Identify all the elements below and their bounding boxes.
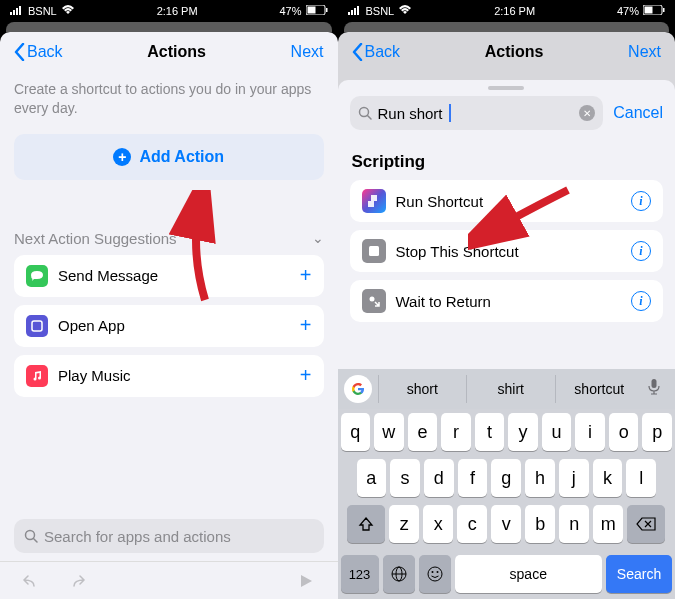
key-globe[interactable]	[383, 555, 415, 593]
search-input[interactable]: Run short ✕	[350, 96, 604, 130]
bottom-toolbar	[0, 561, 338, 599]
key-o[interactable]: o	[609, 413, 639, 451]
key-c[interactable]: c	[457, 505, 487, 543]
add-action-button[interactable]: + Add Action	[14, 134, 324, 180]
svg-rect-5	[307, 7, 315, 14]
key-b[interactable]: b	[525, 505, 555, 543]
sheet-grabber[interactable]	[488, 86, 524, 90]
result-stop-shortcut[interactable]: Stop This Shortcut i	[350, 230, 664, 272]
status-time: 2:16 PM	[494, 5, 535, 17]
key-v[interactable]: v	[491, 505, 521, 543]
search-field[interactable]: Search for apps and actions	[14, 519, 324, 553]
key-e[interactable]: e	[408, 413, 438, 451]
key-j[interactable]: j	[559, 459, 589, 497]
description-text: Create a shortcut to actions you do in y…	[14, 80, 324, 118]
svg-rect-21	[652, 379, 657, 388]
key-t[interactable]: t	[475, 413, 505, 451]
keyboard-suggestions: short shirt shortcut	[338, 369, 676, 409]
keyboard-suggestion[interactable]: short	[378, 375, 467, 403]
search-value: Run short	[378, 105, 443, 122]
key-d[interactable]: d	[424, 459, 454, 497]
keyboard-suggestion[interactable]: shortcut	[555, 375, 644, 403]
svg-rect-0	[10, 12, 12, 15]
page-title: Actions	[147, 43, 206, 61]
svg-rect-10	[348, 12, 350, 15]
redo-button[interactable]	[64, 569, 88, 593]
clear-icon[interactable]: ✕	[579, 105, 595, 121]
key-n[interactable]: n	[559, 505, 589, 543]
add-icon: +	[300, 264, 312, 287]
key-f[interactable]: f	[458, 459, 488, 497]
suggestion-play-music[interactable]: Play Music +	[14, 355, 324, 397]
battery-icon	[306, 5, 328, 17]
suggestion-label: Open App	[58, 317, 300, 334]
svg-rect-7	[32, 321, 42, 331]
key-x[interactable]: x	[423, 505, 453, 543]
cancel-button[interactable]: Cancel	[613, 104, 663, 122]
add-icon: +	[300, 314, 312, 337]
carrier-label: BSNL	[366, 5, 395, 17]
key-i[interactable]: i	[575, 413, 605, 451]
result-wait-return[interactable]: Wait to Return i	[350, 280, 664, 322]
google-icon[interactable]	[344, 375, 372, 403]
next-button[interactable]: Next	[291, 43, 324, 61]
key-g[interactable]: g	[491, 459, 521, 497]
run-button[interactable]	[294, 569, 318, 593]
back-button[interactable]: Back	[14, 43, 63, 61]
signal-icon	[348, 5, 362, 17]
info-icon[interactable]: i	[631, 191, 651, 211]
key-a[interactable]: a	[357, 459, 387, 497]
key-shift[interactable]	[347, 505, 385, 543]
info-icon[interactable]: i	[631, 291, 651, 311]
svg-line-18	[367, 116, 371, 120]
svg-line-9	[34, 539, 38, 543]
info-icon[interactable]: i	[631, 241, 651, 261]
wait-icon	[362, 289, 386, 313]
key-h[interactable]: h	[525, 459, 555, 497]
key-space[interactable]: space	[455, 555, 603, 593]
undo-button[interactable]	[20, 569, 44, 593]
suggestion-send-message[interactable]: Send Message +	[14, 255, 324, 297]
chevron-left-icon	[352, 43, 363, 61]
suggestion-open-app[interactable]: Open App +	[14, 305, 324, 347]
nav-bar: Back Actions Next	[338, 32, 676, 72]
open-app-icon	[26, 315, 48, 337]
svg-point-27	[436, 571, 438, 573]
key-p[interactable]: p	[642, 413, 672, 451]
back-button[interactable]: Back	[352, 43, 401, 61]
signal-icon	[10, 5, 24, 17]
microphone-icon[interactable]	[647, 378, 669, 400]
key-emoji[interactable]	[419, 555, 451, 593]
key-u[interactable]: u	[542, 413, 572, 451]
search-icon	[358, 106, 372, 120]
key-backspace[interactable]	[627, 505, 665, 543]
svg-rect-6	[326, 8, 328, 12]
svg-rect-19	[369, 246, 379, 256]
svg-rect-15	[645, 7, 653, 14]
result-run-shortcut[interactable]: Run Shortcut i	[350, 180, 664, 222]
chevron-left-icon	[14, 43, 25, 61]
key-k[interactable]: k	[593, 459, 623, 497]
svg-rect-16	[663, 8, 665, 12]
key-q[interactable]: q	[341, 413, 371, 451]
key-123[interactable]: 123	[341, 555, 379, 593]
key-z[interactable]: z	[389, 505, 419, 543]
back-label: Back	[27, 43, 63, 61]
chevron-down-icon: ⌄	[312, 230, 324, 246]
key-w[interactable]: w	[374, 413, 404, 451]
keyboard-suggestion[interactable]: shirt	[466, 375, 555, 403]
key-m[interactable]: m	[593, 505, 623, 543]
message-icon	[26, 265, 48, 287]
wifi-icon	[61, 5, 75, 17]
svg-rect-12	[354, 8, 356, 15]
key-r[interactable]: r	[441, 413, 471, 451]
key-l[interactable]: l	[626, 459, 656, 497]
next-button[interactable]: Next	[628, 43, 661, 61]
result-label: Run Shortcut	[396, 193, 632, 210]
actions-sheet: Back Actions Next Run short ✕ Cancel Scr…	[338, 32, 676, 599]
suggestions-header[interactable]: Next Action Suggestions ⌄	[14, 230, 324, 247]
key-y[interactable]: y	[508, 413, 538, 451]
key-search[interactable]: Search	[606, 555, 672, 593]
key-s[interactable]: s	[390, 459, 420, 497]
search-sheet: Run short ✕ Cancel Scripting Run Shortcu…	[338, 80, 676, 599]
